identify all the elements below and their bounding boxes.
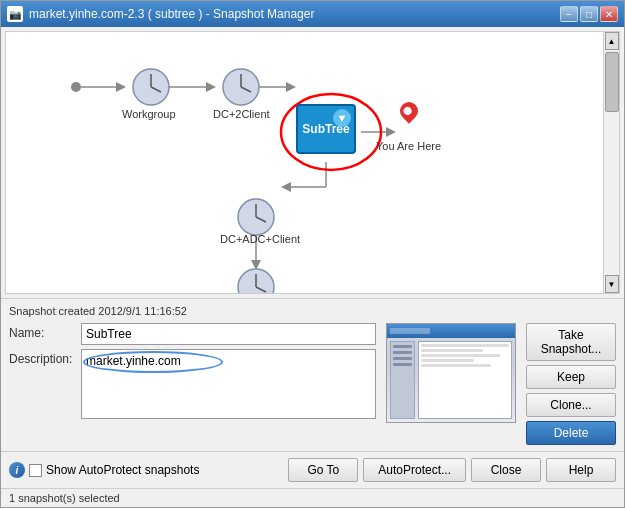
snapshot-thumbnail bbox=[386, 323, 516, 423]
bottom-bar: i Show AutoProtect snapshots Go To AutoP… bbox=[1, 451, 624, 488]
workgroup-label: Workgroup bbox=[122, 108, 176, 120]
svg-marker-17 bbox=[281, 182, 291, 192]
window-icon: 📷 bbox=[7, 6, 23, 22]
svg-marker-22 bbox=[251, 260, 261, 270]
pin-icon bbox=[397, 102, 421, 132]
svg-point-18 bbox=[238, 199, 274, 235]
go-to-button[interactable]: Go To bbox=[288, 458, 358, 482]
subtree-node[interactable]: SubTree ▼ bbox=[296, 104, 356, 154]
close-button[interactable]: ✕ bbox=[600, 6, 618, 22]
status-bar: 1 snapshot(s) selected bbox=[1, 488, 624, 507]
svg-point-3 bbox=[133, 69, 169, 105]
svg-line-5 bbox=[151, 87, 161, 92]
delete-button[interactable]: Delete bbox=[526, 421, 616, 445]
autoprotect-label: Show AutoProtect snapshots bbox=[46, 463, 199, 477]
scroll-thumb[interactable] bbox=[605, 52, 619, 112]
pin-dot bbox=[401, 105, 412, 116]
info-icon[interactable]: i bbox=[9, 462, 25, 478]
bottom-buttons: Go To AutoProtect... Close Help bbox=[288, 458, 616, 482]
clone-button[interactable]: Clone... bbox=[526, 393, 616, 417]
subtree-arrow-icon: ▼ bbox=[333, 109, 351, 127]
thumb-sidebar bbox=[390, 341, 415, 419]
maximize-button[interactable]: □ bbox=[580, 6, 598, 22]
description-wrapper: market.yinhe.com bbox=[81, 349, 376, 422]
svg-line-20 bbox=[256, 217, 266, 222]
vertical-scrollbar[interactable]: ▲ ▼ bbox=[603, 32, 619, 293]
name-row: Name: bbox=[9, 323, 376, 345]
svg-marker-7 bbox=[206, 82, 216, 92]
keep-button[interactable]: Keep bbox=[526, 365, 616, 389]
thumb-main bbox=[418, 341, 512, 419]
dc2client-label: DC+2Client bbox=[213, 108, 270, 120]
form-section: Name: Description: market.yinhe.com bbox=[9, 323, 376, 445]
description-label: Description: bbox=[9, 349, 81, 366]
diagram-svg bbox=[6, 32, 603, 293]
svg-marker-12 bbox=[286, 82, 296, 92]
dcadcclient-label: DC+ADC+Client bbox=[220, 232, 300, 246]
pin-head bbox=[396, 98, 421, 123]
diagram-area: Workgroup DC+2Client SubTree ▼ You Are H… bbox=[5, 31, 620, 294]
you-are-here-node: You Are Here bbox=[376, 102, 441, 152]
close-button-bottom[interactable]: Close bbox=[471, 458, 541, 482]
description-textarea[interactable]: market.yinhe.com bbox=[81, 349, 376, 419]
svg-marker-2 bbox=[116, 82, 126, 92]
svg-line-10 bbox=[241, 87, 251, 92]
status-text: 1 snapshot(s) selected bbox=[9, 492, 120, 504]
autoprotect-row: i Show AutoProtect snapshots bbox=[9, 462, 282, 478]
title-bar: 📷 market.yinhe.com-2.3 ( subtree ) - Sna… bbox=[1, 1, 624, 27]
description-row: Description: market.yinhe.com bbox=[9, 349, 376, 422]
thumb-title-bar bbox=[387, 324, 515, 338]
svg-line-25 bbox=[256, 287, 266, 292]
thumbnail-inner bbox=[387, 324, 515, 422]
svg-point-0 bbox=[71, 82, 81, 92]
scroll-up-arrow[interactable]: ▲ bbox=[605, 32, 619, 50]
info-panel: Snapshot created 2012/9/1 11:16:52 Name:… bbox=[1, 298, 624, 451]
help-button[interactable]: Help bbox=[546, 458, 616, 482]
main-window: 📷 market.yinhe.com-2.3 ( subtree ) - Sna… bbox=[0, 0, 625, 508]
thumb-content bbox=[387, 338, 515, 422]
thumb-title-text bbox=[390, 328, 430, 334]
you-are-here-label: You Are Here bbox=[376, 140, 441, 152]
name-label: Name: bbox=[9, 323, 81, 340]
autoprotect-checkbox[interactable] bbox=[29, 464, 42, 477]
svg-point-8 bbox=[223, 69, 259, 105]
name-input[interactable] bbox=[81, 323, 376, 345]
minimize-button[interactable]: − bbox=[560, 6, 578, 22]
details-row: Name: Description: market.yinhe.com bbox=[9, 323, 616, 445]
content-area: Workgroup DC+2Client SubTree ▼ You Are H… bbox=[1, 27, 624, 507]
snapshot-created-text: Snapshot created 2012/9/1 11:16:52 bbox=[9, 305, 616, 317]
svg-point-23 bbox=[238, 269, 274, 293]
autoprotect-button[interactable]: AutoProtect... bbox=[363, 458, 466, 482]
action-buttons-panel: Take Snapshot... Keep Clone... Delete bbox=[526, 323, 616, 445]
window-title: market.yinhe.com-2.3 ( subtree ) - Snaps… bbox=[29, 7, 314, 21]
title-buttons: − □ ✕ bbox=[560, 6, 618, 22]
title-bar-left: 📷 market.yinhe.com-2.3 ( subtree ) - Sna… bbox=[7, 6, 314, 22]
take-snapshot-button[interactable]: Take Snapshot... bbox=[526, 323, 616, 361]
scroll-down-arrow[interactable]: ▼ bbox=[605, 275, 619, 293]
